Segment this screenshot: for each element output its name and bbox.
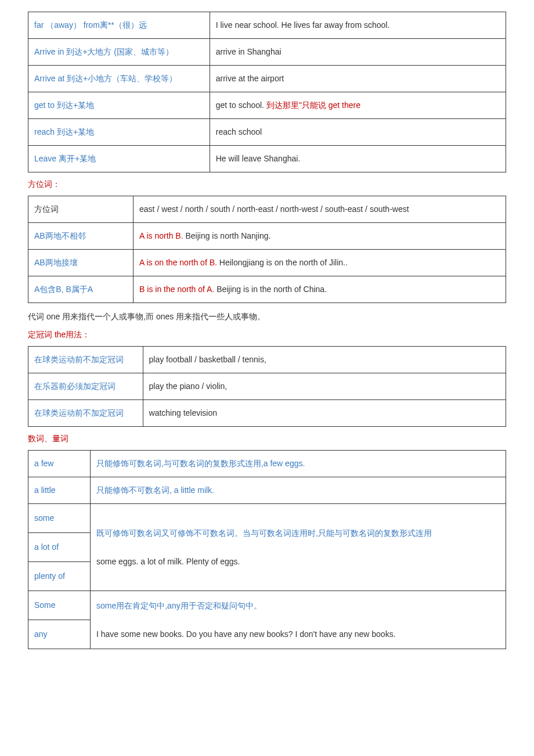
example-cell: 既可修饰可数名词又可修饰不可数名词。当与可数名词连用时,只能与可数名词的复数形式… — [90, 504, 506, 591]
table-row: A包含B, B属于A B is in the north of A. Beiji… — [28, 276, 506, 303]
paragraph-pronoun: 代词 one 用来指代一个人或事物,而 ones 用来指代一些人或事物。 — [28, 310, 506, 323]
example-cell: 只能修饰不可数名词, a little milk. — [96, 485, 214, 495]
table-row: 在球类运动前不加定冠词 play football / basketball /… — [28, 347, 506, 373]
example-cell: 只能修饰可数名词,与可数名词的复数形式连用,a few eggs. — [96, 459, 305, 468]
term-cell: AB两地不相邻 — [34, 231, 86, 240]
table-row: AB两地接壤 A is on the north of B. Heilongji… — [28, 250, 506, 276]
table-row: a few 只能修饰可数名词,与可数名词的复数形式连用,a few eggs. — [28, 451, 506, 477]
term-cell: Some — [34, 600, 56, 610]
section-header-article: 定冠词 the用法： — [28, 330, 506, 340]
example-cell: watching television — [143, 400, 506, 427]
term-cell: a few — [34, 459, 53, 468]
table-row: 在球类运动前不加定冠词 watching television — [28, 400, 506, 427]
table-row: get to 到达+某地 get to school. 到达那里"只能说 get… — [28, 92, 506, 119]
table-row: Arrive at 到达+小地方（车站、学校等） arrive at the a… — [28, 66, 506, 92]
table-row: Some some用在肯定句中,any用于否定和疑问句中。 I have som… — [28, 591, 506, 620]
table-row: 在乐器前必须加定冠词 play the piano / violin, — [28, 373, 506, 400]
table-row: Leave 离开+某地 He will leave Shanghai. — [28, 146, 506, 172]
table-row: a little 只能修饰不可数名词, a little milk. — [28, 477, 506, 504]
example-cell: B is in the north of A. Beijing is in th… — [134, 276, 506, 303]
example-cell: play the piano / violin, — [143, 373, 506, 400]
table-article: 在球类运动前不加定冠词 play football / basketball /… — [28, 346, 506, 427]
table-row: some 既可修饰可数名词又可修饰不可数名词。当与可数名词连用时,只能与可数名词… — [28, 504, 506, 533]
term-cell: Arrive in 到达+大地方 (国家、城市等） — [34, 47, 174, 56]
term-cell: Arrive at 到达+小地方（车站、学校等） — [34, 74, 177, 83]
example-cell: I live near school. He lives far away fr… — [210, 12, 506, 39]
example-cell: arrive at the airport — [210, 66, 506, 92]
table-directions: 方位词 east / west / north / south / north-… — [28, 196, 506, 303]
term-cell: 在球类运动前不加定冠词 — [34, 408, 124, 417]
term-cell: some — [34, 513, 54, 523]
term-cell: any — [34, 629, 48, 639]
table-row: AB两地不相邻 A is north B. Beijing is north N… — [28, 223, 506, 250]
table-row: reach 到达+某地 reach school — [28, 119, 506, 146]
example-cell: get to school. 到达那里"只能说 get there — [210, 92, 506, 119]
term-cell: a little — [34, 485, 56, 495]
section-header-quantifier: 数词、量词 — [28, 434, 506, 444]
example-cell: arrive in Shanghai — [210, 39, 506, 66]
example-cell: play football / basketball / tennis, — [143, 347, 506, 373]
term-cell: 在球类运动前不加定冠词 — [34, 355, 124, 364]
term-cell: Leave 离开+某地 — [34, 154, 96, 163]
term-cell: get to 到达+某地 — [34, 100, 94, 110]
term-cell: a lot of — [34, 542, 59, 552]
term-cell: 在乐器前必须加定冠词 — [34, 381, 116, 391]
example-cell: A is on the north of B. Heilongjiang is … — [134, 250, 506, 276]
term-cell: reach 到达+某地 — [34, 127, 94, 136]
table-quantifier: a few 只能修饰可数名词,与可数名词的复数形式连用,a few eggs. … — [28, 450, 506, 649]
table-row: far （away） from离**（很）远 I live near schoo… — [28, 12, 506, 39]
example-cell: A is north B. Beijing is north Nanjing. — [134, 223, 506, 250]
example-cell: reach school — [210, 119, 506, 146]
example-cell: He will leave Shanghai. — [210, 146, 506, 172]
section-header-directions: 方位词： — [28, 179, 506, 190]
term-cell: AB两地接壤 — [34, 258, 78, 267]
term-cell: plenty of — [34, 571, 65, 581]
term-cell: far （away） from离**（很）远 — [34, 20, 147, 30]
table-row: 方位词 east / west / north / south / north-… — [28, 196, 506, 223]
term-cell: 方位词 — [28, 196, 134, 223]
term-cell: A包含B, B属于A — [34, 285, 93, 294]
example-cell: some用在肯定句中,any用于否定和疑问句中。 I have some new… — [90, 591, 506, 649]
example-cell: east / west / north / south / north-east… — [134, 196, 506, 223]
table-arrive-verbs: far （away） from离**（很）远 I live near schoo… — [28, 12, 506, 172]
table-row: Arrive in 到达+大地方 (国家、城市等） arrive in Shan… — [28, 39, 506, 66]
